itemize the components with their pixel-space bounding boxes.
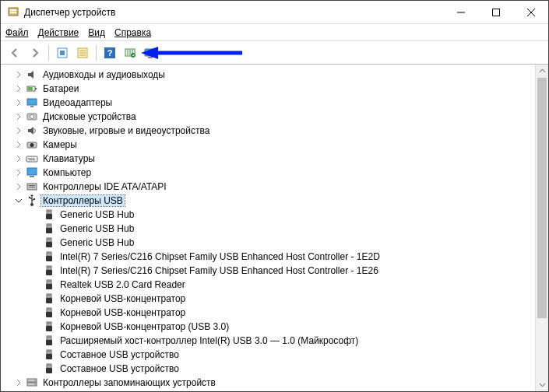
- device-label[interactable]: Корневой USB-концентратор: [58, 293, 187, 304]
- tree-category[interactable]: Контроллеры запоминающих устройств: [5, 376, 548, 390]
- tree-device-item[interactable]: Intel(R) 7 Series/C216 Chipset Family US…: [5, 264, 548, 278]
- usb-plug-icon: [43, 208, 55, 221]
- chevron-right-icon[interactable]: [13, 139, 24, 150]
- minimize-button[interactable]: [443, 1, 478, 24]
- device-label[interactable]: Realtek USB 2.0 Card Reader: [58, 279, 187, 290]
- menu-view[interactable]: Вид: [88, 27, 105, 38]
- scroll-track[interactable]: [536, 78, 548, 378]
- device-label[interactable]: Generic USB Hub: [58, 237, 135, 248]
- tree-category[interactable]: Аудиовходы и аудиовыходы: [5, 68, 548, 82]
- maximize-button[interactable]: [478, 1, 513, 24]
- tree-device-item[interactable]: Составное USB устройство: [5, 362, 548, 376]
- tree-device-item[interactable]: Generic USB Hub: [5, 222, 548, 236]
- category-label[interactable]: Контроллеры USB: [41, 195, 125, 206]
- device-label[interactable]: Generic USB Hub: [58, 223, 135, 234]
- tree-device-item[interactable]: Расширяемый хост-контроллер Intel(R) USB…: [5, 334, 548, 348]
- tree-category[interactable]: Дисковые устройства: [5, 110, 548, 124]
- properties-button[interactable]: [73, 44, 92, 62]
- device-label[interactable]: Intel(R) 7 Series/C216 Chipset Family US…: [58, 251, 382, 262]
- svg-rect-77: [47, 322, 51, 326]
- window-buttons: [443, 1, 548, 24]
- usb-plug-icon: [43, 236, 55, 249]
- category-label[interactable]: Звуковые, игровые и видеоустройства: [41, 125, 211, 136]
- chevron-right-icon[interactable]: [13, 97, 24, 108]
- menu-action[interactable]: Действие: [38, 27, 79, 38]
- svg-rect-34: [33, 158, 34, 159]
- tree-category[interactable]: Компьютер: [5, 166, 548, 180]
- device-label[interactable]: Intel(R) 7 Series/C216 Chipset Family US…: [58, 265, 380, 276]
- device-label[interactable]: Расширяемый хост-контроллер Intel(R) USB…: [58, 335, 360, 346]
- svg-rect-1: [10, 9, 16, 11]
- svg-rect-35: [29, 159, 35, 160]
- svg-rect-18: [146, 51, 154, 54]
- chevron-down-icon[interactable]: [13, 195, 24, 206]
- svg-rect-40: [29, 187, 35, 187]
- category-label[interactable]: Контроллеры IDE ATA/ATAPI: [41, 181, 168, 192]
- chevron-right-icon[interactable]: [13, 181, 24, 192]
- menu-file[interactable]: Файл: [5, 27, 29, 38]
- category-label[interactable]: Аудиовходы и аудиовыходы: [41, 69, 167, 80]
- app-icon: [7, 6, 19, 19]
- scroll-down-button[interactable]: [536, 378, 548, 391]
- vertical-scrollbar[interactable]: [535, 65, 548, 391]
- svg-rect-89: [47, 364, 51, 368]
- category-label[interactable]: Видеоадаптеры: [41, 97, 114, 108]
- category-label[interactable]: Контроллеры запоминающих устройств: [41, 377, 217, 388]
- close-button[interactable]: [513, 1, 548, 24]
- device-label[interactable]: Корневой USB-концентратор: [58, 307, 187, 318]
- show-hidden-button[interactable]: [53, 44, 72, 62]
- scan-hardware-button[interactable]: [121, 44, 139, 62]
- tree-device-item[interactable]: Generic USB Hub: [5, 208, 548, 222]
- menu-help[interactable]: Справка: [114, 27, 151, 38]
- device-tree[interactable]: Аудиовходы и аудиовыходыБатареиВидеоадап…: [1, 65, 548, 391]
- usb-icon: [26, 194, 38, 207]
- tree-category[interactable]: Контроллеры USB: [5, 194, 548, 208]
- chevron-right-icon[interactable]: [13, 125, 24, 136]
- svg-rect-63: [48, 267, 49, 268]
- tree-category[interactable]: Звуковые, игровые и видеоустройства: [5, 124, 548, 138]
- category-label[interactable]: Компьютер: [41, 167, 93, 178]
- svg-rect-45: [47, 210, 51, 214]
- tree-category[interactable]: Видеоадаптеры: [5, 96, 548, 110]
- svg-rect-88: [50, 351, 51, 352]
- sound-icon: [26, 124, 38, 137]
- device-label[interactable]: Generic USB Hub: [58, 209, 135, 220]
- svg-rect-39: [29, 185, 35, 186]
- device-label[interactable]: Составное USB устройство: [58, 349, 181, 360]
- tree-category[interactable]: Клавиатуры: [5, 152, 548, 166]
- chevron-right-icon[interactable]: [13, 167, 24, 178]
- forward-button[interactable]: [26, 44, 44, 62]
- category-label[interactable]: Батареи: [41, 83, 80, 94]
- tree-device-item[interactable]: Корневой USB-концентратор: [5, 292, 548, 306]
- category-label[interactable]: Клавиатуры: [41, 153, 97, 164]
- svg-rect-87: [48, 351, 49, 352]
- scroll-thumb[interactable]: [537, 78, 547, 318]
- chevron-right-icon[interactable]: [13, 377, 24, 388]
- svg-rect-86: [46, 354, 52, 359]
- category-label[interactable]: Дисковые устройства: [41, 111, 138, 122]
- device-label[interactable]: Составное USB устройство: [58, 363, 181, 374]
- tree-device-item[interactable]: Generic USB Hub: [5, 236, 548, 250]
- usb-plug-icon: [43, 250, 55, 263]
- category-label[interactable]: Камеры: [41, 139, 79, 150]
- svg-rect-26: [30, 106, 33, 107]
- usb-plug-icon: [43, 348, 55, 361]
- tree-device-item[interactable]: Корневой USB-концентратор (USB 3.0): [5, 320, 548, 334]
- tree-device-item[interactable]: Составное USB устройство: [5, 348, 548, 362]
- tree-category[interactable]: Камеры: [5, 138, 548, 152]
- chevron-right-icon[interactable]: [13, 69, 24, 80]
- back-button[interactable]: [5, 44, 24, 62]
- chevron-right-icon[interactable]: [13, 83, 24, 94]
- tree-category[interactable]: Контроллеры IDE ATA/ATAPI: [5, 180, 548, 194]
- tree-device-item[interactable]: Корневой USB-концентратор: [5, 306, 548, 320]
- scroll-up-button[interactable]: [536, 65, 548, 78]
- tree-device-item[interactable]: Realtek USB 2.0 Card Reader: [5, 278, 548, 292]
- chevron-right-icon[interactable]: [13, 111, 24, 122]
- help-button[interactable]: ?: [100, 44, 119, 62]
- tree-category[interactable]: Батареи: [5, 82, 548, 96]
- chevron-right-icon[interactable]: [13, 153, 24, 164]
- scan-for-changes-button[interactable]: [141, 44, 160, 62]
- tree-device-item[interactable]: Intel(R) 7 Series/C216 Chipset Family US…: [5, 250, 548, 264]
- usb-plug-icon: [43, 222, 55, 235]
- device-label[interactable]: Корневой USB-концентратор (USB 3.0): [58, 321, 231, 332]
